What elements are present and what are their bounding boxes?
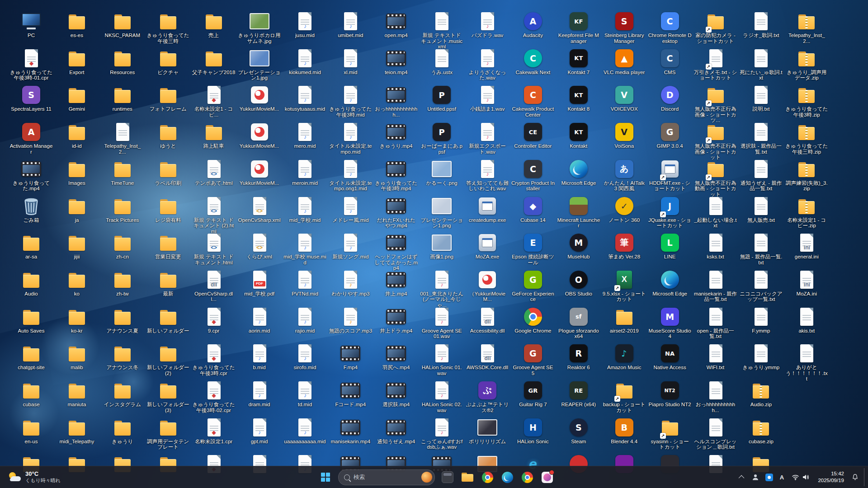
desktop-icon[interactable]: ♪よりうざくなった.wav xyxy=(466,48,509,81)
desktop-icon[interactable]: ◆きゅうり食ってた午後3時-02.cpr xyxy=(192,380,236,413)
taskbar-app-chrome-2[interactable] xyxy=(518,468,536,486)
desktop-icon[interactable]: KFKeepforest File Manager xyxy=(557,11,600,44)
desktop-icon[interactable]: SSpectraLayers 11 xyxy=(9,84,53,112)
desktop-icon[interactable]: 新しいフォルダー (2) xyxy=(146,343,190,376)
taskbar-app-file-explorer[interactable] xyxy=(458,468,476,486)
desktop-icon[interactable]: SSteam xyxy=(557,417,600,445)
desktop-icon[interactable]: OOBS Studio xyxy=(557,269,600,297)
desktop-icon[interactable]: Google Chrome xyxy=(511,306,555,334)
desktop-icon[interactable]: 無人販売.txt xyxy=(739,196,783,223)
desktop-icon[interactable]: ♪Groove Agent SE 01.wav xyxy=(420,306,463,339)
desktop-icon[interactable]: 死にたい_ゅ歌詞.txt xyxy=(739,48,783,81)
desktop-icon[interactable]: ko-kr xyxy=(55,306,99,334)
desktop-icon[interactable]: Resources xyxy=(101,48,144,75)
desktop-icon[interactable]: ♪Amazon Music xyxy=(603,343,646,371)
desktop-icon[interactable]: Export xyxy=(55,48,99,75)
desktop-icon[interactable]: ko xyxy=(55,269,99,297)
desktop-icon[interactable]: NT2Piapro Studio NT2 xyxy=(648,380,692,408)
desktop-icon[interactable]: Pおーばーまにあ.ppsf xyxy=(420,122,463,155)
desktop-icon[interactable]: （YukkuriMovieM... xyxy=(466,269,509,302)
desktop-icon[interactable]: MoZA.exe xyxy=(466,232,509,260)
desktop-icon[interactable]: 画像1.png xyxy=(420,232,463,260)
desktop-icon[interactable]: GRGuitar Rig 7 xyxy=(511,380,555,408)
desktop-icon[interactable]: インスタグラム xyxy=(101,380,144,408)
desktop-icon[interactable]: <>テンポあて.html xyxy=(192,159,236,186)
desktop-icon[interactable]: プレゼンテーション1.jpg xyxy=(238,48,281,81)
desktop-icon[interactable]: ♪タイトル未設定.tempo.ong1.mid xyxy=(329,159,372,192)
desktop-icon[interactable]: 調声練習(失敗)_3.zip xyxy=(785,159,828,192)
desktop-icon[interactable]: ↗家の防犯カメラ - ショートカット xyxy=(694,11,737,44)
desktop-icon[interactable]: ♪こってゅんdすおfdsbふぁ.wav xyxy=(420,417,463,450)
desktop-icon[interactable]: ◆きゅうり食ってた午後3時.cpr xyxy=(192,343,236,376)
taskbar-clock[interactable]: 15:42 2025/09/19 xyxy=(814,469,848,485)
desktop-icon[interactable]: Microsoft Edge xyxy=(648,269,692,297)
desktop-icon[interactable]: ↗HDDFMT.exe - ショートカット xyxy=(648,159,692,192)
desktop-icon[interactable]: ♪b.mid xyxy=(238,343,281,371)
desktop-icon[interactable]: 通知うぜえ.mp4 xyxy=(374,417,418,445)
desktop-icon[interactable]: ♪xl.mid xyxy=(329,48,372,75)
desktop-icon[interactable]: 選択肢 - 親作品一覧.txt xyxy=(739,122,783,155)
desktop-icon[interactable]: manisekarin - 親作品一覧.txt xyxy=(694,269,737,302)
desktop-icon[interactable]: Fコード.mp4 xyxy=(329,380,372,408)
desktop-icon[interactable]: ♪sirofo.mid xyxy=(283,343,326,371)
tray-overflow-button[interactable] xyxy=(736,468,748,486)
desktop-icon[interactable]: きゅうり食ってた午後3時.zip xyxy=(785,84,828,117)
desktop-icon[interactable]: ♪jusu.mid xyxy=(283,11,326,38)
desktop-icon[interactable]: ♪タイトル未設定.tempo.mid xyxy=(329,122,372,155)
desktop-icon[interactable]: CCrypton Product Installer xyxy=(511,159,555,192)
desktop-icon[interactable]: ♪パズドラ.wav xyxy=(466,11,509,38)
desktop-icon[interactable]: midi_Telepathy xyxy=(55,417,99,445)
desktop-icon[interactable]: ↗無人販売不正行為画像 - ショートカツ... xyxy=(694,84,737,123)
desktop-icon[interactable]: 井上.mp4 xyxy=(374,269,418,297)
desktop-icon[interactable]: 名称未設定1 - コピー.zip xyxy=(785,196,828,229)
desktop-icon[interactable]: 営業日変更 xyxy=(146,232,190,260)
desktop-icon[interactable]: 新規 テキストドキュメント.musicxml xyxy=(420,11,463,50)
desktop-icon[interactable]: ♪HALion Sonic 02.wav xyxy=(420,380,463,413)
desktop-icon[interactable]: F.ymmp xyxy=(739,306,783,334)
desktop-icon[interactable]: ◆9.cpr xyxy=(192,306,236,334)
desktop-icon[interactable]: HHALion Sonic xyxy=(511,417,555,445)
desktop-icon[interactable]: きゅうり xyxy=(101,417,144,445)
desktop-icon[interactable]: BBlender 4.4 xyxy=(603,417,646,445)
desktop-icon[interactable]: YukkuriMovieM... xyxy=(238,84,281,112)
desktop-icon[interactable]: YukkuriMovieM... xyxy=(238,122,281,149)
desktop-icon[interactable]: おっhhhhhhhhhhhh... xyxy=(374,84,418,117)
desktop-icon[interactable]: AAudacity xyxy=(511,11,555,38)
desktop-icon[interactable]: フォトフレーム xyxy=(146,84,190,112)
desktop-icon[interactable]: MMuseHub xyxy=(557,232,600,260)
desktop-icon[interactable]: maniuta xyxy=(55,380,99,408)
desktop-icon[interactable]: PC xyxy=(9,11,53,38)
notification-bell-button[interactable] xyxy=(849,468,861,486)
desktop-icon[interactable]: ♪メドレー風.mid xyxy=(329,196,372,223)
desktop-icon[interactable]: RReaktor 6 xyxy=(557,343,600,371)
desktop-icon[interactable]: ♪HALion Sonic 01.wav xyxy=(420,343,463,376)
desktop-icon[interactable]: ゆうと xyxy=(146,122,190,149)
desktop-icon[interactable]: ♪わかりやす.mp3 xyxy=(329,269,372,297)
desktop-icon[interactable]: Microsoft Edge xyxy=(557,159,600,186)
desktop-icon[interactable]: ▲VLC media player xyxy=(603,48,646,75)
desktop-icon[interactable]: inigeneral.ini xyxy=(785,232,828,260)
desktop-icon[interactable]: zh-tw xyxy=(101,269,144,297)
desktop-icon[interactable]: CChrome Remote Desktop xyxy=(648,11,692,44)
desktop-icon[interactable]: jijii xyxy=(55,232,99,260)
desktop-icon[interactable]: 説明.txt xyxy=(739,84,783,112)
desktop-icon[interactable]: ♪td.mid xyxy=(283,380,326,408)
desktop-icon[interactable]: ◆名称未設定1 - コピ... xyxy=(192,84,236,117)
desktop-icon[interactable]: ◆Cubase 14 xyxy=(511,196,555,223)
desktop-icon[interactable]: F.mp4 xyxy=(329,343,372,371)
desktop-icon[interactable]: ↗無人販売不正行為画像 - ショートカット xyxy=(694,122,737,160)
desktop-icon[interactable]: dllAWSSDK.Core.dll xyxy=(466,343,509,371)
desktop-icon[interactable]: YukkuriMovieM... xyxy=(238,159,281,186)
desktop-icon[interactable]: cubase xyxy=(9,380,53,408)
desktop-icon[interactable]: _起動しない場合.txt xyxy=(694,196,737,229)
desktop-icon[interactable]: 路上駐車 xyxy=(192,122,236,149)
desktop-icon[interactable]: ♪新規ソング.mid xyxy=(329,232,372,260)
desktop-icon[interactable]: きゅうり食ってた午後3時.mp4 xyxy=(374,159,418,192)
desktop-icon[interactable]: EEpson 接続診断ツール xyxy=(511,232,555,265)
desktop-icon[interactable]: 筆筆まめ Ver.28 xyxy=(603,232,646,260)
desktop-icon[interactable]: ◆名称未設定1.cpr xyxy=(192,417,236,445)
desktop-icon[interactable]: X↗9.5.xlsx - ショートカット xyxy=(603,269,646,302)
desktop-icon[interactable]: PUntitled.ppsf xyxy=(420,84,463,112)
desktop-icon[interactable]: うみ.ustx xyxy=(420,48,463,75)
desktop-icon[interactable]: アナウンス夏 xyxy=(101,306,144,334)
